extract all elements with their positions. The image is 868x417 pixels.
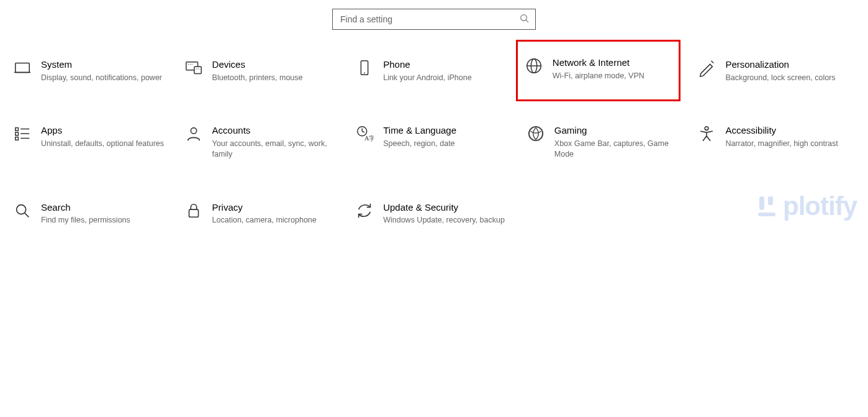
settings-tile-privacy[interactable]: PrivacyLocation, camera, microphone (178, 198, 349, 229)
settings-tile-update-security[interactable]: Update & SecurityWindows Update, recover… (348, 198, 520, 229)
tile-title: Accessibility (725, 124, 852, 137)
settings-tile-system[interactable]: SystemDisplay, sound, notifications, pow… (6, 55, 178, 86)
svg-line-1 (526, 20, 528, 22)
phone-icon (352, 58, 377, 80)
tile-title: Time & Language (383, 124, 510, 137)
gaming-icon (523, 124, 548, 145)
tile-desc: Your accounts, email, sync, work, family (212, 139, 339, 160)
search-box[interactable] (332, 9, 536, 30)
update-security-icon (352, 201, 377, 222)
system-icon (10, 58, 35, 80)
tile-desc: Windows Update, recovery, backup (383, 215, 510, 226)
settings-tile-accessibility[interactable]: AccessibilityNarrator, magnifier, high c… (690, 121, 862, 163)
settings-tile-apps[interactable]: AppsUninstall, defaults, optional featur… (6, 121, 178, 163)
tile-title: Phone (383, 58, 510, 71)
tile-desc: Narrator, magnifier, high contrast (725, 139, 852, 149)
tile-title: Gaming (554, 124, 681, 137)
network-icon (522, 57, 546, 78)
privacy-icon (181, 201, 206, 222)
tile-desc: Xbox Game Bar, captures, Game Mode (554, 139, 681, 160)
search-input[interactable] (339, 14, 520, 25)
accounts-icon (181, 124, 206, 145)
tile-title: Search (41, 201, 168, 214)
accessibility-icon (694, 124, 719, 145)
tile-desc: Uninstall, defaults, optional features (41, 139, 168, 149)
tile-desc: Wi-Fi, airplane mode, VPN (553, 71, 669, 81)
personalization-icon (694, 58, 719, 80)
search-icon (520, 14, 529, 25)
tile-title: Privacy (212, 201, 339, 214)
settings-tile-personalization[interactable]: PersonalizationBackground, lock screen, … (690, 55, 862, 86)
tile-title: Apps (41, 124, 168, 137)
tile-desc: Location, camera, microphone (212, 215, 339, 226)
settings-tile-phone[interactable]: PhoneLink your Android, iPhone (348, 55, 520, 86)
tile-desc: Find my files, permissions (41, 215, 168, 226)
tile-title: Update & Security (383, 201, 510, 214)
time-language-icon (352, 124, 377, 145)
settings-tile-network[interactable]: Network & InternetWi-Fi, airplane mode, … (516, 40, 681, 101)
settings-tile-gaming[interactable]: GamingXbox Game Bar, captures, Game Mode (520, 121, 691, 163)
svg-point-0 (521, 14, 527, 21)
tile-desc: Speech, region, date (383, 139, 510, 149)
tile-title: System (41, 58, 168, 71)
tile-desc: Link your Android, iPhone (383, 73, 510, 83)
tile-title: Network & Internet (553, 57, 669, 69)
settings-tile-search[interactable]: SearchFind my files, permissions (6, 198, 178, 229)
devices-icon (181, 58, 206, 80)
settings-tile-time-language[interactable]: Time & LanguageSpeech, region, date (348, 121, 520, 163)
search-icon (10, 201, 35, 222)
tile-desc: Background, lock screen, colors (725, 73, 852, 83)
tile-desc: Display, sound, notifications, power (41, 73, 168, 83)
tile-desc: Bluetooth, printers, mouse (212, 73, 339, 83)
tile-title: Personalization (725, 58, 852, 71)
apps-icon (10, 124, 35, 145)
tile-title: Accounts (212, 124, 339, 137)
settings-tile-accounts[interactable]: AccountsYour accounts, email, sync, work… (178, 121, 349, 163)
tile-title: Devices (212, 58, 339, 71)
settings-tile-devices[interactable]: DevicesBluetooth, printers, mouse (178, 55, 349, 86)
